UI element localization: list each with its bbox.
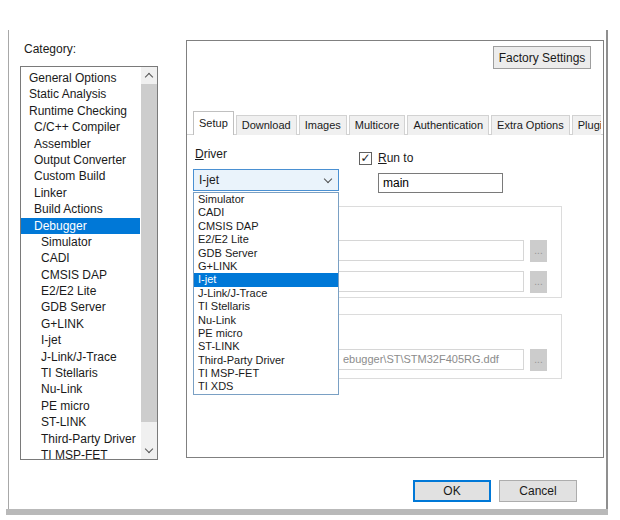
driver-option-st-link[interactable]: ST-LINK xyxy=(194,340,338,353)
category-item-linker[interactable]: Linker xyxy=(21,185,140,201)
browse-button-3[interactable]: ... xyxy=(530,349,547,371)
category-item-pe-micro[interactable]: PE micro xyxy=(21,398,140,414)
category-item-j-link-j-trace[interactable]: J-Link/J-Trace xyxy=(21,349,140,365)
tab-extra-options[interactable]: Extra Options xyxy=(491,115,570,135)
category-list: General OptionsStatic AnalysisRuntime Ch… xyxy=(21,68,140,459)
category-label: Category: xyxy=(24,42,76,56)
category-item-cadi[interactable]: CADI xyxy=(21,250,140,266)
category-item-i-jet[interactable]: I-jet xyxy=(21,332,140,348)
category-item-assembler[interactable]: Assembler xyxy=(21,136,140,152)
driver-combobox-value: I-jet xyxy=(199,173,219,187)
tab-download[interactable]: Download xyxy=(236,115,297,135)
cancel-button[interactable]: Cancel xyxy=(499,480,577,502)
category-item-debugger[interactable]: Debugger xyxy=(21,218,140,234)
category-item-build-actions[interactable]: Build Actions xyxy=(21,201,140,217)
driver-option-nu-link[interactable]: Nu-Link xyxy=(194,314,338,327)
browse-button-1[interactable]: ... xyxy=(530,240,547,262)
driver-dropdown-list: SimulatorCADICMSIS DAPE2/E2 LiteGDB Serv… xyxy=(193,192,339,395)
window-bottom-edge xyxy=(6,509,608,515)
driver-combobox[interactable]: I-jet xyxy=(193,169,339,191)
category-item-cmsis-dap[interactable]: CMSIS DAP xyxy=(21,267,140,283)
category-item-static-analysis[interactable]: Static Analysis xyxy=(21,86,140,102)
category-item-ti-stellaris[interactable]: TI Stellaris xyxy=(21,365,140,381)
category-item-simulator[interactable]: Simulator xyxy=(21,234,140,250)
debugger-options-dialog: Category: General OptionsStatic Analysis… xyxy=(0,0,620,520)
driver-option-e2-e2-lite[interactable]: E2/E2 Lite xyxy=(194,233,338,246)
window-left-edge xyxy=(8,30,9,509)
category-item-third-party-driver[interactable]: Third-Party Driver xyxy=(21,431,140,447)
tab-setup[interactable]: Setup xyxy=(193,111,234,135)
category-item-e2-e2-lite[interactable]: E2/E2 Lite xyxy=(21,283,140,299)
tab-strip: SetupDownloadImagesMulticoreAuthenticati… xyxy=(193,111,601,135)
category-item-gdb-server[interactable]: GDB Server xyxy=(21,299,140,315)
category-item-c-c-compiler[interactable]: C/C++ Compiler xyxy=(21,119,140,135)
category-item-runtime-checking[interactable]: Runtime Checking xyxy=(21,103,140,119)
category-listbox: General OptionsStatic AnalysisRuntime Ch… xyxy=(20,66,158,460)
category-item-general-options[interactable]: General Options xyxy=(21,70,140,86)
driver-option-gdb-server[interactable]: GDB Server xyxy=(194,247,338,260)
driver-option-j-link-j-trace[interactable]: J-Link/J-Trace xyxy=(194,287,338,300)
tab-authentication[interactable]: Authentication xyxy=(407,115,489,135)
category-item-custom-build[interactable]: Custom Build xyxy=(21,168,140,184)
driver-option-pe-micro[interactable]: PE micro xyxy=(194,327,338,340)
options-panel: Factory Settings SetupDownloadImagesMult… xyxy=(186,40,604,458)
tab-multicore[interactable]: Multicore xyxy=(349,115,406,135)
category-item-nu-link[interactable]: Nu-Link xyxy=(21,381,140,397)
tab-images[interactable]: Images xyxy=(299,115,347,135)
category-item-output-converter[interactable]: Output Converter xyxy=(21,152,140,168)
category-item-ti-msp-fet[interactable]: TI MSP-FET xyxy=(21,447,140,459)
run-to-label: Run to xyxy=(378,151,413,165)
run-to-input[interactable] xyxy=(378,173,503,193)
scrollbar-thumb[interactable] xyxy=(141,84,157,422)
factory-settings-button[interactable]: Factory Settings xyxy=(493,46,591,69)
driver-option-cadi[interactable]: CADI xyxy=(194,206,338,219)
driver-option-cmsis-dap[interactable]: CMSIS DAP xyxy=(194,220,338,233)
driver-option-third-party-driver[interactable]: Third-Party Driver xyxy=(194,354,338,367)
ok-button[interactable]: OK xyxy=(413,480,491,502)
driver-option-ti-msp-fet[interactable]: TI MSP-FET xyxy=(194,367,338,380)
browse-button-2[interactable]: ... xyxy=(530,271,547,293)
window-right-edge xyxy=(606,30,608,509)
driver-option-ti-stellaris[interactable]: TI Stellaris xyxy=(194,300,338,313)
tab-plugins[interactable]: Plugins xyxy=(572,115,601,135)
category-item-g-link[interactable]: G+LINK xyxy=(21,316,140,332)
driver-option-i-jet[interactable]: I-jet xyxy=(194,273,338,286)
driver-option-ti-xds[interactable]: TI XDS xyxy=(194,380,338,393)
category-item-st-link[interactable]: ST-LINK xyxy=(21,414,140,430)
scroll-down-icon[interactable] xyxy=(141,442,157,459)
run-to-checkbox[interactable] xyxy=(359,152,372,165)
driver-option-g-link[interactable]: G+LINK xyxy=(194,260,338,273)
scroll-up-icon[interactable] xyxy=(141,67,157,84)
chevron-down-icon xyxy=(324,175,332,183)
driver-option-simulator[interactable]: Simulator xyxy=(194,193,338,206)
category-scrollbar[interactable] xyxy=(141,67,157,459)
driver-label: Driver xyxy=(195,147,227,161)
